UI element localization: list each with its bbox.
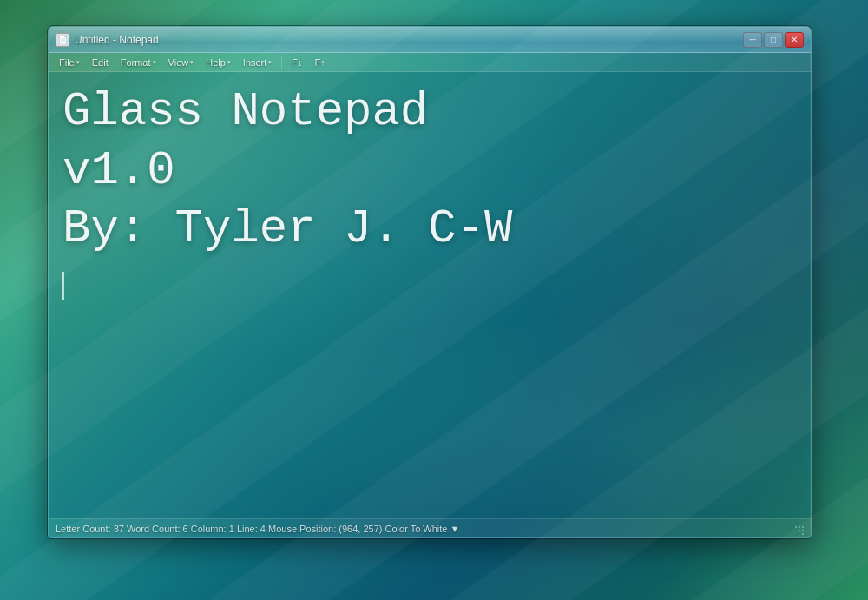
file-menu-arrow: ▾ [76,59,80,66]
notepad-text[interactable]: Glass Notepad v1.0 By: Tyler J. C-W [62,82,797,259]
menu-f-up[interactable]: F↑ [310,56,331,69]
view-menu-arrow: ▾ [190,59,194,66]
minimize-button[interactable]: ─ [743,32,762,48]
insert-menu-arrow: ▾ [268,59,272,66]
grip-dot [795,526,797,528]
menubar: File ▾ Edit Format ▾ View ▾ Help ▾ Inser… [49,53,811,72]
grip-dot [799,530,800,531]
statusbar: Letter Count: 37 Word Count: 6 Column: 1… [49,518,811,537]
grip-row-1 [795,526,804,528]
menu-file[interactable]: File ▾ [54,56,85,69]
menu-separator [281,56,282,69]
grip-row-2 [799,530,804,531]
help-menu-arrow: ▾ [227,59,231,66]
menu-f-down[interactable]: F↓ [286,56,307,69]
titlebar: 📄 Untitled - Notepad ─ □ ✕ [49,27,811,53]
grip-dot [802,533,804,535]
close-button[interactable]: ✕ [785,32,804,48]
window-controls: ─ □ ✕ [743,32,804,48]
window-title: Untitled - Notepad [75,34,743,46]
grip-dot [802,526,804,528]
menu-insert[interactable]: Insert ▾ [238,56,278,69]
format-menu-arrow: ▾ [153,59,156,66]
menu-view[interactable]: View ▾ [163,56,200,69]
menu-format[interactable]: Format ▾ [115,56,161,69]
maximize-button[interactable]: □ [764,32,783,48]
statusbar-info: Letter Count: 37 Word Count: 6 Column: 1… [56,524,792,534]
menu-help[interactable]: Help ▾ [201,56,236,69]
text-area-container[interactable]: Glass Notepad v1.0 By: Tyler J. C-W [49,72,811,518]
text-cursor [62,272,64,300]
window-icon: 📄 [56,33,69,47]
resize-grip[interactable] [792,523,804,535]
menu-edit[interactable]: Edit [87,56,114,69]
grip-dot [802,530,804,531]
grip-row-3 [802,533,804,535]
notepad-window: 📄 Untitled - Notepad ─ □ ✕ File ▾ Edit F… [48,26,812,538]
grip-dot [799,526,800,528]
